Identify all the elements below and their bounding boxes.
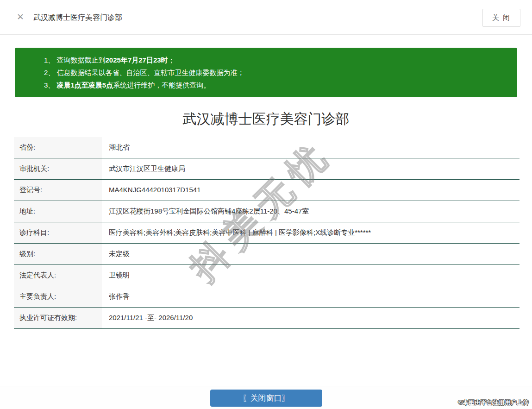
table-row: 诊疗科目:医疗美容科;美容外科;美容皮肤科;美容中医科 | 麻醉科 | 医学影像…: [14, 222, 519, 244]
row-label: 省份:: [14, 137, 102, 158]
row-value: 医疗美容科;美容外科;美容皮肤科;美容中医科 | 麻醉科 | 医学影像科;X线诊…: [102, 222, 519, 243]
window-header: ✕ 武汉减博士医疗美容门诊部 关 闭: [0, 0, 532, 35]
page-title: 武汉减博士医疗美容门诊部: [0, 110, 532, 129]
copyright-text: ©本图由平台注册用户上传: [458, 398, 529, 407]
row-label: 诊疗科目:: [14, 222, 102, 243]
row-label: 级别:: [14, 244, 102, 264]
close-x-icon[interactable]: ✕: [17, 12, 24, 22]
row-value: 张作香: [102, 286, 519, 307]
notice-line: 3、 凌晨1点至凌晨5点系统进行维护，不能提供查询。: [44, 79, 507, 91]
table-row: 级别:未定级: [14, 244, 519, 265]
notice-line: 2、 信息数据结果以各省、自治区、直辖市卫生健康委数据为准；: [44, 66, 507, 79]
clinic-info-window: ✕ 武汉减博士医疗美容门诊部 关 闭 1、 查询数据截止到2025年7月27日2…: [0, 0, 532, 409]
table-row: 法定代表人:卫镜明: [14, 265, 519, 286]
window-title: 武汉减博士医疗美容门诊部: [33, 13, 122, 23]
row-label: 法定代表人:: [14, 265, 102, 286]
row-label: 审批机关:: [14, 158, 102, 179]
notice-box: 1、 查询数据截止到2025年7月27日23时；2、 信息数据结果以各省、自治区…: [15, 48, 517, 97]
close-window-button[interactable]: 〖关闭窗口〗: [210, 390, 322, 407]
notice-lines: 1、 查询数据截止到2025年7月27日23时；2、 信息数据结果以各省、自治区…: [44, 54, 507, 91]
row-value: 武汉市江汉区卫生健康局: [102, 158, 519, 179]
row-value: 未定级: [102, 244, 519, 264]
notice-line: 1、 查询数据截止到2025年7月27日23时；: [44, 54, 507, 66]
row-value: 卫镜明: [102, 265, 519, 286]
row-value: MA4KNJG4442010317D1541: [102, 180, 519, 201]
row-value: 2021/11/21 -至- 2026/11/20: [102, 308, 519, 328]
table-row: 主要负责人:张作香: [14, 286, 519, 308]
row-label: 登记号:: [14, 180, 102, 201]
table-row: 地址:江汉区花楼街198号宝利金国际公馆商铺4座栋2层11-20、45-47室: [14, 201, 519, 222]
table-row: 执业许可证有效期:2021/11/21 -至- 2026/11/20: [14, 308, 519, 329]
close-button[interactable]: 关 闭: [482, 9, 520, 27]
table-row: 省份:湖北省: [14, 137, 519, 158]
info-table: 省份:湖北省审批机关:武汉市江汉区卫生健康局登记号:MA4KNJG4442010…: [14, 137, 519, 329]
table-row: 登记号:MA4KNJG4442010317D1541: [14, 180, 519, 201]
row-value: 湖北省: [102, 137, 519, 158]
row-label: 主要负责人:: [14, 286, 102, 307]
window-footer: 〖关闭窗口〗 ©本图由平台注册用户上传: [0, 386, 532, 409]
table-row: 审批机关:武汉市江汉区卫生健康局: [14, 158, 519, 180]
row-label: 地址:: [14, 201, 102, 222]
row-label: 执业许可证有效期:: [14, 308, 102, 328]
row-value: 江汉区花楼街198号宝利金国际公馆商铺4座栋2层11-20、45-47室: [102, 201, 519, 222]
